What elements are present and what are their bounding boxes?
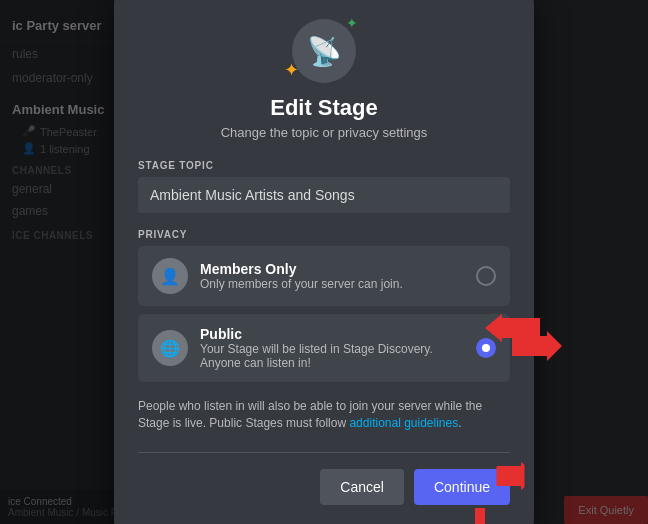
members-only-desc: Only members of your server can join.	[200, 277, 464, 291]
members-only-option[interactable]: 👤 Members Only Only members of your serv…	[138, 246, 510, 306]
public-option-wrapper: 🌐 Public Your Stage will be listed in St…	[138, 314, 510, 382]
person-icon: 👤	[160, 267, 180, 286]
sparkle-top-icon: ✦	[346, 15, 358, 31]
sparkle-bottom-icon: ✦	[284, 59, 299, 81]
privacy-group: PRIVACY 👤 Members Only Only members of y…	[138, 229, 510, 382]
modal-overlay: ✦ 📡 ✦ Edit Stage Change the topic or pri…	[0, 0, 648, 524]
stage-topic-group: STAGE TOPIC	[138, 160, 510, 213]
members-only-text: Members Only Only members of your server…	[200, 261, 464, 291]
public-text: Public Your Stage will be listed in Stag…	[200, 326, 464, 370]
cancel-button[interactable]: Cancel	[320, 469, 404, 505]
svg-marker-2	[465, 508, 495, 524]
stage-icon-container: ✦ 📡 ✦	[292, 19, 356, 83]
stage-broadcast-icon: 📡	[307, 35, 342, 68]
stage-topic-input[interactable]	[138, 177, 510, 213]
public-label: Public	[200, 326, 464, 342]
members-only-radio[interactable]	[476, 266, 496, 286]
continue-button[interactable]: Continue	[414, 469, 510, 505]
stage-topic-label: STAGE TOPIC	[138, 160, 510, 171]
continue-wrapper: Continue	[414, 469, 510, 505]
modal-footer: Cancel Continue	[138, 452, 510, 505]
svg-marker-0	[512, 331, 562, 361]
public-icon: 🌐	[152, 330, 188, 366]
members-only-icon: 👤	[152, 258, 188, 294]
members-only-label: Members Only	[200, 261, 464, 277]
public-radio[interactable]	[476, 338, 496, 358]
globe-icon: 🌐	[160, 339, 180, 358]
arrow-public	[512, 331, 562, 365]
public-desc: Your Stage will be listed in Stage Disco…	[200, 342, 464, 370]
modal-header: ✦ 📡 ✦ Edit Stage Change the topic or pri…	[138, 19, 510, 140]
modal-title: Edit Stage	[270, 95, 378, 121]
svg-marker-1	[450, 503, 510, 524]
arrow-continue	[450, 503, 510, 524]
privacy-label: PRIVACY	[138, 229, 510, 240]
public-option[interactable]: 🌐 Public Your Stage will be listed in St…	[138, 314, 510, 382]
note-text: People who listen in will also be able t…	[138, 398, 510, 432]
modal-subtitle: Change the topic or privacy settings	[221, 125, 428, 140]
additional-guidelines-link[interactable]: additional guidelines	[349, 416, 458, 430]
edit-stage-modal: ✦ 📡 ✦ Edit Stage Change the topic or pri…	[114, 0, 534, 524]
